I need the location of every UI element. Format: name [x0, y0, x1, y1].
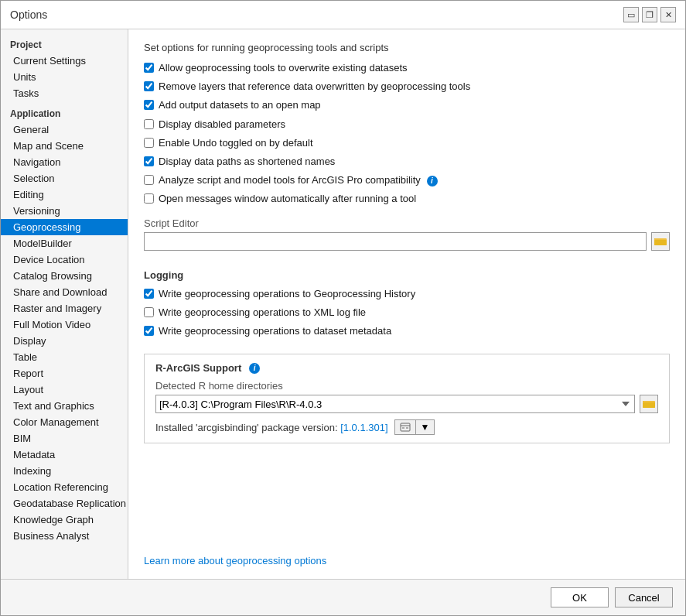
package-row: Installed 'arcgisbinding' package versio… — [155, 419, 658, 435]
sidebar-item-report[interactable]: Report — [1, 365, 128, 382]
folder-icon-r — [643, 399, 655, 409]
sidebar-item-text-and-graphics[interactable]: Text and Graphics — [1, 398, 128, 414]
sidebar-item-bim[interactable]: BIM — [1, 430, 128, 447]
checkbox-enable-undo-label: Enable Undo toggled on by default — [159, 136, 313, 150]
checkbox-log-xml-label: Write geoprocessing operations to XML lo… — [159, 306, 366, 320]
checkbox-analyze-script-label: Analyze script and model tools for ArcGI… — [159, 173, 438, 187]
sidebar-item-business-analyst[interactable]: Business Analyst — [1, 528, 128, 544]
checkbox-log-metadata-row: Write geoprocessing operations to datase… — [144, 324, 670, 338]
script-editor-browse-button[interactable] — [651, 232, 670, 251]
package-update-button[interactable] — [395, 420, 416, 434]
sidebar-item-geoprocessing[interactable]: Geoprocessing — [1, 219, 128, 235]
content-area: Project Current Settings Units Tasks App… — [1, 29, 685, 579]
restore-button[interactable]: ❐ — [642, 7, 657, 22]
package-dropdown-button[interactable]: ▼ — [416, 420, 435, 434]
sidebar-item-versioning[interactable]: Versioning — [1, 203, 128, 219]
checkbox-overwrite-label: Allow geoprocessing tools to overwrite e… — [159, 61, 408, 75]
package-buttons: ▼ — [394, 419, 435, 435]
checkbox-overwrite[interactable] — [144, 63, 154, 73]
checkbox-analyze-script-row: Analyze script and model tools for ArcGI… — [144, 173, 670, 187]
ok-button[interactable]: OK — [551, 587, 609, 607]
svg-rect-9 — [406, 427, 408, 429]
checkbox-open-messages[interactable] — [144, 193, 154, 204]
checkbox-log-metadata[interactable] — [144, 326, 154, 336]
svg-rect-8 — [402, 427, 404, 429]
logging-section: Logging Write geoprocessing operations t… — [144, 269, 670, 344]
script-editor-label: Script Editor — [144, 217, 670, 229]
sidebar-item-catalog-browsing[interactable]: Catalog Browsing — [1, 268, 128, 284]
r-dir-select[interactable]: [R-4.0.3] C:\Program Files\R\R-4.0.3 — [155, 395, 635, 413]
options-dialog: Options ▭ ❐ ✕ Project Current Settings U… — [0, 0, 686, 616]
script-editor-input[interactable] — [144, 232, 647, 251]
checkbox-remove-layers-row: Remove layers that reference data overwr… — [144, 80, 670, 94]
sidebar-item-navigation[interactable]: Navigation — [1, 154, 128, 170]
checkbox-analyze-script[interactable] — [144, 175, 154, 185]
checkbox-display-paths[interactable] — [144, 156, 154, 166]
learn-more: Learn more about geoprocessing options — [144, 542, 670, 566]
checkbox-add-output-label: Add output datasets to an open map — [159, 98, 321, 112]
checkbox-enable-undo-row: Enable Undo toggled on by default — [144, 136, 670, 150]
sidebar-item-full-motion-video[interactable]: Full Motion Video — [1, 317, 128, 333]
checkbox-open-messages-row: Open messages window automatically after… — [144, 192, 670, 206]
r-support-info-icon[interactable]: i — [249, 363, 260, 374]
sidebar-item-layout[interactable]: Layout — [1, 382, 128, 398]
checkbox-log-xml[interactable] — [144, 307, 154, 317]
checkbox-display-disabled[interactable] — [144, 119, 154, 129]
sidebar-item-indexing[interactable]: Indexing — [1, 463, 128, 479]
checkbox-display-paths-row: Display data paths as shortened names — [144, 155, 670, 169]
sidebar-item-general[interactable]: General — [1, 121, 128, 138]
analyze-script-info-icon[interactable]: i — [427, 176, 438, 187]
section-title: Set options for running geoprocessing to… — [144, 42, 670, 53]
script-editor-row — [144, 232, 670, 251]
minimize-button[interactable]: ▭ — [623, 7, 639, 22]
checkbox-remove-layers-label: Remove layers that reference data overwr… — [159, 80, 470, 94]
checkbox-log-metadata-label: Write geoprocessing operations to datase… — [159, 324, 391, 338]
checkbox-log-xml-row: Write geoprocessing operations to XML lo… — [144, 306, 670, 320]
bottom-bar: OK Cancel — [1, 579, 685, 615]
sidebar-item-modelbuilder[interactable]: ModelBuilder — [1, 235, 128, 252]
sidebar-item-location-referencing[interactable]: Location Referencing — [1, 479, 128, 495]
sidebar-item-current-settings[interactable]: Current Settings — [1, 53, 128, 69]
svg-rect-5 — [643, 402, 655, 408]
sidebar-item-device-location[interactable]: Device Location — [1, 252, 128, 268]
checkbox-overwrite-row: Allow geoprocessing tools to overwrite e… — [144, 61, 670, 75]
main-panel: Set options for running geoprocessing to… — [128, 29, 685, 579]
r-dir-row: [R-4.0.3] C:\Program Files\R\R-4.0.3 — [155, 395, 658, 413]
sidebar-item-knowledge-graph[interactable]: Knowledge Graph — [1, 512, 128, 528]
close-button[interactable]: ✕ — [660, 7, 676, 22]
checkbox-display-paths-label: Display data paths as shortened names — [159, 155, 335, 169]
checkbox-open-messages-label: Open messages window automatically after… — [159, 192, 416, 206]
sidebar-item-editing[interactable]: Editing — [1, 187, 128, 203]
learn-more-link[interactable]: Learn more about geoprocessing options — [144, 555, 326, 566]
checkbox-log-history-row: Write geoprocessing operations to Geopro… — [144, 287, 670, 301]
sidebar-item-selection[interactable]: Selection — [1, 170, 128, 187]
update-icon — [400, 423, 411, 432]
sidebar-item-units[interactable]: Units — [1, 69, 128, 85]
folder-icon — [654, 236, 667, 247]
sidebar-section-application: Application — [1, 104, 128, 121]
checkbox-display-disabled-label: Display disabled parameters — [159, 118, 285, 132]
sidebar-item-geodatabase-replication[interactable]: Geodatabase Replication — [1, 495, 128, 512]
sidebar-item-display[interactable]: Display — [1, 333, 128, 349]
sidebar-item-table[interactable]: Table — [1, 349, 128, 365]
sidebar-item-tasks[interactable]: Tasks — [1, 85, 128, 101]
checkbox-remove-layers[interactable] — [144, 81, 154, 91]
sidebar-item-raster-and-imagery[interactable]: Raster and Imagery — [1, 300, 128, 317]
checkbox-add-output-row: Add output datasets to an open map — [144, 98, 670, 112]
sidebar-item-map-and-scene[interactable]: Map and Scene — [1, 138, 128, 154]
package-text: Installed 'arcgisbinding' package versio… — [155, 422, 388, 433]
sidebar-item-share-and-download[interactable]: Share and Download — [1, 284, 128, 300]
checkbox-add-output[interactable] — [144, 100, 154, 110]
r-dir-browse-button[interactable] — [640, 395, 658, 413]
window-controls: ▭ ❐ ✕ — [623, 7, 676, 22]
sidebar-item-color-management[interactable]: Color Management — [1, 414, 128, 430]
r-dir-label: Detected R home directories — [155, 380, 658, 392]
r-support-section: R-ArcGIS Support i Detected R home direc… — [144, 354, 670, 443]
cancel-button[interactable]: Cancel — [615, 587, 673, 607]
checkbox-log-history[interactable] — [144, 289, 154, 299]
dialog-title: Options — [10, 9, 47, 21]
checkbox-enable-undo[interactable] — [144, 138, 154, 148]
sidebar-item-metadata[interactable]: Metadata — [1, 447, 128, 463]
package-version: [1.0.1.301] — [340, 422, 387, 433]
logging-title: Logging — [144, 269, 670, 281]
